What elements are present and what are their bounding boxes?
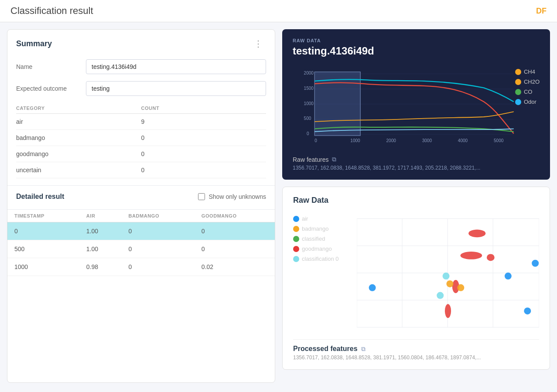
name-label: Name <box>16 63 86 70</box>
svg-point-38 <box>443 273 450 280</box>
raw-data-chart-card: RAW DATA testing.4136i49d 2000 1500 1000… <box>282 29 550 180</box>
scatter-label-badmango: badmango <box>302 225 328 232</box>
legend-ch4: CH4 <box>515 68 540 75</box>
show-unknowns-checkbox[interactable] <box>198 193 205 200</box>
scatter-label-classification0: classification 0 <box>302 256 339 262</box>
svg-text:2000: 2000 <box>386 138 396 143</box>
chart-svg: 2000 1500 1000 500 0 0 1000 2000 3000 40… <box>293 64 540 151</box>
svg-point-33 <box>505 273 512 280</box>
scatter-dot-badmango <box>293 226 299 232</box>
col-header-badmango: BADMANGO <box>122 210 195 222</box>
scatter-card: Raw Data air badmango classified <box>282 187 550 370</box>
svg-point-39 <box>437 292 444 299</box>
scatter-dot-classified <box>293 236 299 242</box>
cell-goodmango: 0.02 <box>195 258 275 276</box>
chart-area: 2000 1500 1000 500 0 0 1000 2000 3000 40… <box>293 64 540 151</box>
expected-outcome-label: Expected outcome <box>16 85 86 92</box>
expected-outcome-row: Expected outcome <box>16 81 266 96</box>
svg-point-27 <box>468 229 485 237</box>
legend-ch2o: CH2O <box>515 78 540 85</box>
svg-point-32 <box>369 284 376 291</box>
table-row[interactable]: 0 1.00 0 0 <box>7 222 275 240</box>
page-title: Classification result <box>10 5 93 17</box>
category-row-goodmango: goodmango 0 <box>16 146 266 162</box>
svg-text:5000: 5000 <box>494 138 504 143</box>
cell-timestamp: 0 <box>7 222 79 240</box>
category-row-air: air 9 <box>16 114 266 130</box>
chart-features-row: Raw features ⧉ <box>293 156 540 163</box>
legend-dot-ch2o <box>515 79 521 85</box>
svg-text:4000: 4000 <box>458 138 468 143</box>
svg-point-31 <box>445 304 451 318</box>
cat-name-goodmango: goodmango <box>16 150 141 157</box>
summary-section: Summary ⋮ Name Expected outcome CATEGORY… <box>7 30 275 186</box>
cell-air: 1.00 <box>79 240 122 258</box>
legend-odor: Odor <box>515 99 540 105</box>
processed-values: 1356.7017, 162.0838, 1648.8528, 381.1971… <box>293 355 539 361</box>
table-row[interactable]: 1000 0.98 0 0.02 <box>7 258 275 276</box>
raw-features-label: Raw features <box>293 156 328 163</box>
copy-features-icon[interactable]: ⧉ <box>332 156 336 163</box>
cell-badmango: 0 <box>122 258 195 276</box>
scatter-title: Raw Data <box>293 196 539 205</box>
left-panel: Summary ⋮ Name Expected outcome CATEGORY… <box>7 29 275 383</box>
svg-text:1000: 1000 <box>350 138 360 143</box>
result-table-wrapper: TIMESTAMP AIR BADMANGO GOODMANGO 0 1.00 … <box>7 210 275 382</box>
category-header-row: CATEGORY COUNT <box>16 103 266 114</box>
svg-point-37 <box>457 284 464 291</box>
scatter-svg <box>357 212 539 334</box>
svg-point-35 <box>524 307 531 314</box>
name-row: Name <box>16 59 266 74</box>
name-input[interactable] <box>86 59 266 74</box>
svg-point-34 <box>532 260 539 267</box>
processed-section: Processed features ⧉ 1356.7017, 162.0838… <box>293 339 539 361</box>
legend-dot-odor <box>515 99 521 105</box>
kebab-menu-button[interactable]: ⋮ <box>250 37 266 51</box>
detailed-header: Detailed result Show only unknowns <box>16 193 266 201</box>
table-row[interactable]: 500 1.00 0 0 <box>7 240 275 258</box>
cat-count-badmango: 0 <box>141 134 267 141</box>
cell-air: 1.00 <box>79 222 122 240</box>
detailed-section: Detailed result Show only unknowns <box>7 186 275 210</box>
cat-name-uncertain: uncertain <box>16 167 141 174</box>
features-values: 1356.7017, 162.0838, 1648.8528, 381.1972… <box>293 165 540 171</box>
svg-text:1500: 1500 <box>304 86 314 91</box>
raw-data-label: RAW DATA <box>293 38 540 43</box>
scatter-dot-classification0 <box>293 256 299 262</box>
app-header: Classification result DF <box>0 0 557 22</box>
col-header-goodmango: GOODMANGO <box>195 210 275 222</box>
svg-point-29 <box>487 254 495 261</box>
scatter-label-goodmango: goodmango <box>302 245 332 252</box>
col-header-timestamp: TIMESTAMP <box>7 210 79 222</box>
svg-text:0: 0 <box>307 131 309 136</box>
legend-dot-co <box>515 89 521 95</box>
cell-timestamp: 500 <box>7 240 79 258</box>
scatter-label-classified: classified <box>302 235 325 242</box>
svg-text:3000: 3000 <box>422 138 432 143</box>
detailed-title: Detailed result <box>16 193 64 201</box>
category-row-badmango: badmango 0 <box>16 130 266 146</box>
category-row-uncertain: uncertain 0 <box>16 162 266 178</box>
right-panel: RAW DATA testing.4136i49d 2000 1500 1000… <box>282 29 550 383</box>
svg-rect-16 <box>314 72 360 136</box>
scatter-legend-classification0: classification 0 <box>293 256 350 262</box>
cat-name-air: air <box>16 118 141 125</box>
scatter-label-air: air <box>302 215 308 222</box>
cat-count-air: 9 <box>141 118 267 125</box>
legend-co: CO <box>515 89 540 95</box>
copy-processed-icon[interactable]: ⧉ <box>361 345 366 353</box>
legend-label-ch4: CH4 <box>524 68 535 75</box>
summary-title: Summary <box>16 39 52 48</box>
cell-badmango: 0 <box>122 222 195 240</box>
scatter-legend-air: air <box>293 215 350 222</box>
cat-name-badmango: badmango <box>16 134 141 141</box>
expected-outcome-input[interactable] <box>86 81 266 96</box>
svg-text:500: 500 <box>304 116 311 121</box>
legend-label-odor: Odor <box>524 99 536 105</box>
scatter-content: air badmango classified goodmango <box>293 212 539 334</box>
scatter-plot-svg-container <box>357 212 539 334</box>
svg-text:0: 0 <box>314 138 317 143</box>
cell-badmango: 0 <box>122 240 195 258</box>
svg-point-28 <box>460 252 482 259</box>
df-badge: DF <box>536 7 547 16</box>
